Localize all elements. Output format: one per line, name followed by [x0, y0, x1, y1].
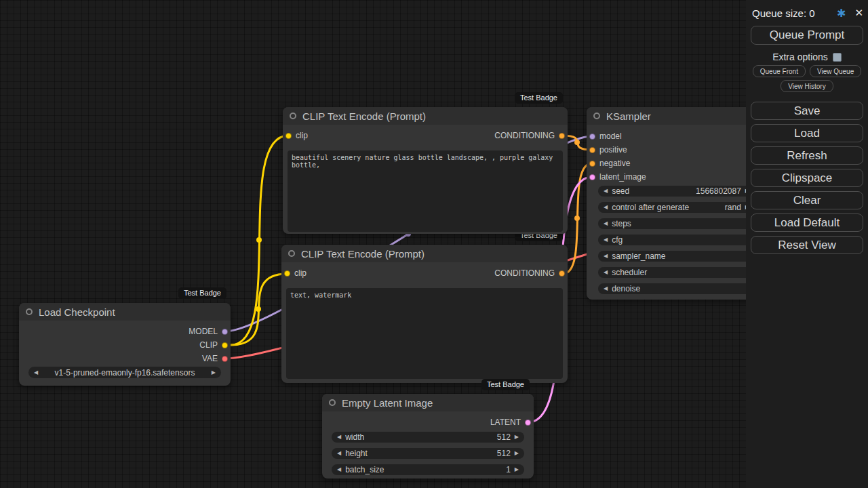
widget-value: 1: [506, 465, 511, 474]
refresh-button[interactable]: Refresh: [751, 146, 863, 165]
slot-dot-model[interactable]: [222, 329, 228, 335]
node-title: Load Checkpoint: [39, 306, 115, 318]
arrow-right-icon[interactable]: ▶: [515, 451, 519, 456]
output-slot-latent[interactable]: LATENT: [322, 415, 534, 429]
input-slot-model[interactable]: model: [587, 129, 764, 143]
arrow-left-icon[interactable]: ◀: [604, 286, 608, 291]
settings-gear-icon[interactable]: ✱: [837, 7, 846, 20]
steps-widget[interactable]: ◀ steps: [598, 218, 755, 229]
slot-dot-vae[interactable]: [222, 356, 228, 362]
arrow-right-icon[interactable]: ▶: [515, 434, 519, 440]
view-queue-button[interactable]: View Queue: [810, 65, 861, 77]
slot-dot-conditioning[interactable]: [589, 161, 595, 167]
input-slot-clip[interactable]: clip: [284, 268, 311, 278]
load-button[interactable]: Load: [751, 124, 863, 142]
slot-dot-latent[interactable]: [589, 174, 595, 180]
slot-label: positive: [599, 145, 627, 155]
extra-options-checkbox[interactable]: [833, 53, 842, 62]
collapse-dot-icon[interactable]: [329, 399, 336, 406]
sampler-name-widget[interactable]: ◀ sampler_name: [598, 251, 755, 262]
collapse-dot-icon[interactable]: [593, 113, 600, 119]
prompt-text-widget[interactable]: beautiful scenery nature glass bottle la…: [288, 150, 563, 232]
save-button[interactable]: Save: [751, 102, 863, 120]
arrow-left-icon[interactable]: ◀: [337, 451, 341, 456]
control-after-generate-widget[interactable]: ◀ control after generate rand ▶: [598, 202, 755, 213]
clear-button[interactable]: Clear: [751, 191, 863, 209]
node-load-checkpoint[interactable]: Load Checkpoint MODEL CLIP VAE ◀ v1-5-pr…: [19, 303, 231, 386]
output-slot-clip[interactable]: CLIP: [19, 338, 231, 352]
node-badge: Test Badge: [515, 92, 563, 104]
extra-options-label: Extra options: [772, 52, 828, 62]
node-ksampler[interactable]: KSampler model positive negative latent_…: [587, 107, 764, 300]
slot-dot-conditioning[interactable]: [559, 133, 565, 139]
widget-label: width: [345, 432, 364, 442]
slot-label: MODEL: [189, 327, 218, 336]
prompt-text-widget[interactable]: text, watermark: [286, 288, 563, 379]
seed-widget[interactable]: ◀ seed 1566802087 ▶: [598, 186, 755, 197]
queue-size-label: Queue size: 0: [752, 7, 815, 19]
arrow-left-icon[interactable]: ◀: [604, 237, 608, 243]
scheduler-widget[interactable]: ◀ scheduler: [598, 267, 755, 278]
slot-dot-clip[interactable]: [285, 133, 292, 139]
ckpt-name-widget[interactable]: ◀ v1-5-pruned-emaonly-fp16.safetensors ▶: [28, 367, 221, 378]
arrow-left-icon[interactable]: ◀: [604, 205, 608, 210]
denoise-widget[interactable]: ◀ denoise: [598, 283, 755, 294]
slot-label: CONDITIONING: [494, 268, 555, 278]
arrow-left-icon[interactable]: ◀: [337, 467, 341, 472]
widget-value: rand: [725, 203, 741, 212]
arrow-left-icon[interactable]: ◀: [604, 221, 608, 226]
slot-dot-clip[interactable]: [222, 342, 228, 348]
output-slot-model[interactable]: MODEL: [19, 325, 231, 338]
arrow-left-icon[interactable]: ◀: [604, 188, 608, 194]
clipspace-button[interactable]: Clipspace: [751, 169, 863, 187]
queue-prompt-button[interactable]: Queue Prompt: [751, 26, 863, 45]
close-menu-icon[interactable]: ✕: [854, 7, 863, 19]
batch-size-widget[interactable]: ◀ batch_size 1 ▶: [332, 464, 524, 475]
link-midpoint-dot: [574, 140, 580, 145]
cfg-widget[interactable]: ◀ cfg: [598, 235, 755, 245]
node-titlebar[interactable]: Empty Latent Image: [322, 394, 534, 411]
output-slot-conditioning[interactable]: CONDITIONING: [490, 131, 565, 140]
collapse-dot-icon[interactable]: [288, 250, 295, 257]
node-titlebar[interactable]: CLIP Text Encode (Prompt): [281, 245, 568, 262]
arrow-left-icon[interactable]: ◀: [604, 270, 608, 275]
input-slot-negative[interactable]: negative: [587, 157, 764, 170]
ckpt-name-value: v1-5-pruned-emaonly-fp16.safetensors: [42, 368, 208, 378]
node-clip-text-encode-negative[interactable]: CLIP Text Encode (Prompt) clip CONDITION…: [281, 245, 568, 383]
collapse-dot-icon[interactable]: [26, 308, 33, 315]
arrow-left-icon[interactable]: ◀: [34, 370, 38, 375]
node-titlebar[interactable]: CLIP Text Encode (Prompt): [283, 107, 568, 125]
view-history-button[interactable]: View History: [781, 80, 833, 92]
widget-label: control after generate: [612, 203, 689, 212]
slot-dot-model[interactable]: [589, 134, 595, 140]
node-clip-text-encode-positive[interactable]: CLIP Text Encode (Prompt) clip CONDITION…: [283, 107, 568, 234]
slot-label: negative: [599, 159, 630, 168]
collapse-dot-icon[interactable]: [290, 113, 296, 119]
arrow-left-icon[interactable]: ◀: [337, 434, 341, 440]
input-slot-positive[interactable]: positive: [587, 143, 764, 157]
queue-front-button[interactable]: Queue Front: [753, 65, 806, 77]
node-graph-canvas[interactable]: Test Badge Test Badge Test Badge Test Ba…: [0, 0, 868, 488]
input-slot-latent-image[interactable]: latent_image: [587, 170, 764, 184]
slot-dot-conditioning[interactable]: [589, 147, 595, 153]
reset-view-button[interactable]: Reset View: [751, 236, 863, 254]
slot-dot-conditioning[interactable]: [559, 270, 565, 277]
wire-clip-to-negative: [231, 274, 287, 345]
output-slot-conditioning[interactable]: CONDITIONING: [490, 268, 565, 278]
height-widget[interactable]: ◀ height 512 ▶: [332, 448, 524, 459]
link-midpoint-dot: [256, 237, 262, 243]
output-slot-vae[interactable]: VAE: [19, 352, 231, 365]
input-slot-clip[interactable]: clip: [285, 131, 312, 140]
node-title: CLIP Text Encode (Prompt): [302, 110, 426, 122]
slot-dot-clip[interactable]: [284, 270, 290, 277]
node-titlebar[interactable]: Load Checkpoint: [19, 303, 231, 321]
node-empty-latent-image[interactable]: Empty Latent Image LATENT ◀ width 512 ▶ …: [322, 394, 534, 479]
arrow-left-icon[interactable]: ◀: [604, 253, 608, 259]
slot-dot-latent[interactable]: [525, 420, 531, 426]
load-default-button[interactable]: Load Default: [751, 214, 863, 232]
widget-value: 512: [497, 449, 511, 458]
node-titlebar[interactable]: KSampler: [587, 107, 764, 125]
arrow-right-icon[interactable]: ▶: [212, 370, 216, 375]
arrow-right-icon[interactable]: ▶: [515, 467, 519, 472]
width-widget[interactable]: ◀ width 512 ▶: [332, 432, 524, 443]
